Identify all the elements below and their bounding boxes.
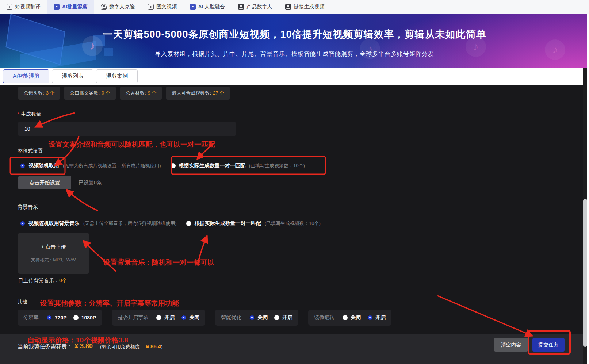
stat-label: 总镜头数: — [24, 90, 44, 96]
stat-max-videos: 最大可合成视频数:27 个 — [166, 87, 230, 100]
mix-settings-panel: 总镜头数:3 个 总口播文案数:0 个 总素材数:9 个 最大可合成视频数:27… — [0, 85, 589, 334]
stat-value: 3 个 — [46, 90, 55, 96]
uploaded-bgm-count: 已上传背景音乐：0个 — [18, 277, 67, 284]
nav-item-video-translate[interactable]: 短视频翻译 — [0, 0, 47, 14]
segment-options-row: 视频随机取用 (无需为所有成片视频设置，所有成片随机使用) 根据实际生成数量一对… — [20, 162, 305, 169]
bgm-options-row: 视频随机取用背景音乐 (无需上传全部音乐，所有混剪视频随机使用) 根据实际生成数… — [20, 220, 321, 227]
nav-label: 产品数字人 — [246, 4, 272, 10]
bgm-label: 背景音乐 — [18, 204, 38, 211]
upload-button-label: + 点击上传 — [18, 244, 89, 250]
play-square-icon — [7, 4, 12, 10]
stat-label: 总口播文案数: — [70, 90, 100, 96]
annotation-auto-price: 自动显示价格：10个视频价格3.8 — [27, 336, 128, 345]
stat-value: 27 个 — [213, 90, 224, 96]
video-clip-icon — [54, 4, 60, 10]
set-count-text: 已设置0条 — [79, 180, 102, 186]
annotation-other-params: 设置其他参数：分辨率、开启字幕等常用功能 — [40, 299, 179, 308]
stat-label: 总素材数: — [126, 90, 146, 96]
radio-label: 根据实际生成数量一对一匹配 — [179, 162, 245, 169]
group-label: 是否开启字幕 — [118, 314, 148, 321]
option-label: 开启 — [164, 314, 175, 321]
nav-item-digital-human-clone[interactable]: 数字人克隆 — [94, 0, 141, 14]
radio-mirror-on[interactable] — [367, 315, 372, 320]
banner-title: 一天剪辑500-5000条原创商业短视频，10倍提升短视频剪辑效率，剪辑从未如此… — [0, 28, 589, 41]
radio-subtitle-off[interactable] — [181, 315, 186, 320]
segment-settings-label: 整段式设置 — [18, 148, 43, 154]
nav-label: 链接生成视频 — [294, 4, 324, 10]
upload-format-hint: 支持格式：MP3、WAV — [18, 257, 89, 263]
radio-hint: (已填写生成视频数：10个) — [265, 220, 321, 227]
resolution-group: 分辨率 720P 1080P — [18, 310, 102, 326]
option-label: 开启 — [375, 314, 386, 321]
play-square-icon — [148, 4, 154, 10]
smart-optimize-group: 智能优化 关闭 开启 — [215, 310, 298, 326]
clear-content-button[interactable]: 清空内容 — [494, 338, 528, 352]
required-mark: * — [18, 111, 19, 117]
group-label: 分辨率 — [23, 314, 39, 321]
scrollbar-edge — [587, 14, 589, 364]
quota-value: ¥ 86.4 — [146, 343, 161, 349]
stat-value: 9 个 — [148, 90, 157, 96]
option-label: 关闭 — [189, 314, 199, 321]
radio-hint: (无需为所有成片视频设置，所有成片随机使用) — [63, 162, 161, 169]
option-label: 关闭 — [257, 314, 268, 321]
radio-one-to-one[interactable] — [171, 163, 176, 168]
nav-label: AI批量混剪 — [62, 4, 88, 10]
radio-label: 视频随机取用背景音乐 — [28, 220, 80, 227]
radio-hint: (已填写生成视频数：10个) — [249, 162, 305, 169]
avatar-square-icon — [238, 4, 244, 10]
annotation-bgm-modes: 设置背景音乐：随机和一对一都可以 — [103, 258, 214, 267]
person-icon — [101, 4, 107, 10]
nav-label: 数字人克隆 — [109, 4, 135, 10]
radio-optimize-off[interactable] — [249, 315, 255, 320]
section-tabs: Ai智能混剪 混剪列表 混剪案例 — [0, 68, 589, 85]
subtitle-group: 是否开启字幕 开启 关闭 — [112, 310, 205, 326]
generate-count-label: *生成数量 — [18, 111, 41, 118]
scrollbar-thumb[interactable] — [583, 199, 587, 347]
bgm-upload-dropzone[interactable]: + 点击上传 支持格式：MP3、WAV — [18, 233, 89, 274]
stat-total-materials: 总素材数:9 个 — [120, 87, 162, 100]
banner-subtitle: 导入素材组，根据片头、片中、片尾、背景音乐、模板智能生成智能混剪，全球多平台多账… — [0, 50, 589, 58]
nav-item-ai-batch-mix[interactable]: AI批量混剪 — [47, 0, 94, 14]
other-section-label: 其他 — [18, 299, 27, 305]
annotation-match-modes: 设置文案介绍和音频可以随机匹配，也可以一对一匹配 — [49, 140, 215, 149]
radio-720p[interactable] — [47, 315, 52, 320]
radio-video-random[interactable] — [20, 163, 25, 168]
stat-label: 最大可合成视频数: — [172, 90, 211, 96]
option-label: 1080P — [81, 315, 96, 321]
radio-hint: (无需上传全部音乐，所有混剪视频随机使用) — [83, 220, 177, 227]
option-label: 720P — [55, 315, 67, 321]
group-label: 镜像翻转 — [314, 314, 334, 321]
nav-label: 图文视频 — [156, 4, 177, 10]
tab-mix-cases[interactable]: 混剪案例 — [96, 69, 138, 83]
nav-item-ai-face-blend[interactable]: AI 人脸融合 — [183, 0, 232, 14]
option-label: 开启 — [282, 314, 292, 321]
nav-label: AI 人脸融合 — [198, 4, 225, 10]
generate-count-input[interactable] — [18, 122, 236, 136]
start-setting-button[interactable]: 点击开始设置 — [18, 176, 71, 189]
radio-label: 根据实际生成数量一对一匹配 — [195, 220, 261, 227]
radio-mirror-off[interactable] — [343, 315, 348, 320]
top-navbar: 短视频翻译 AI批量混剪 数字人克隆 图文视频 AI 人脸融合 产品数字人 链接… — [0, 0, 589, 14]
submit-task-button[interactable]: 提交任务 — [532, 338, 565, 352]
group-label: 智能优化 — [221, 314, 241, 321]
option-label: 关闭 — [351, 314, 361, 321]
mirror-flip-group: 镜像翻转 关闭 开启 — [308, 310, 391, 326]
stats-row: 总镜头数:3 个 总口播文案数:0 个 总素材数:9 个 最大可合成视频数:27… — [18, 87, 230, 100]
radio-bgm-random[interactable] — [20, 221, 25, 226]
nav-item-link-to-video[interactable]: 链接生成视频 — [279, 0, 331, 14]
radio-optimize-on[interactable] — [274, 315, 279, 320]
other-options-row: 分辨率 720P 1080P 是否开启字幕 开启 关闭 智能优化 关闭 开启 镜… — [18, 310, 391, 326]
nav-label: 短视频翻译 — [15, 4, 41, 10]
tab-ai-smart-mix[interactable]: Ai智能混剪 — [3, 69, 49, 83]
radio-1080p[interactable] — [73, 315, 79, 320]
hero-banner: ♪ ♪ ♪ ♪ 一天剪辑500-5000条原创商业短视频，10倍提升短视频剪辑效… — [0, 14, 589, 68]
tab-mix-list[interactable]: 混剪列表 — [52, 69, 93, 83]
radio-bgm-one-to-one[interactable] — [186, 221, 191, 226]
stat-total-shots: 总镜头数:3 个 — [18, 87, 60, 100]
nav-item-product-digital-human[interactable]: 产品数字人 — [232, 0, 279, 14]
radio-subtitle-on[interactable] — [156, 315, 161, 320]
nav-item-image-text-video[interactable]: 图文视频 — [141, 0, 183, 14]
radio-label: 视频随机取用 — [28, 162, 59, 169]
stat-total-scripts: 总口播文案数:0 个 — [64, 87, 115, 100]
